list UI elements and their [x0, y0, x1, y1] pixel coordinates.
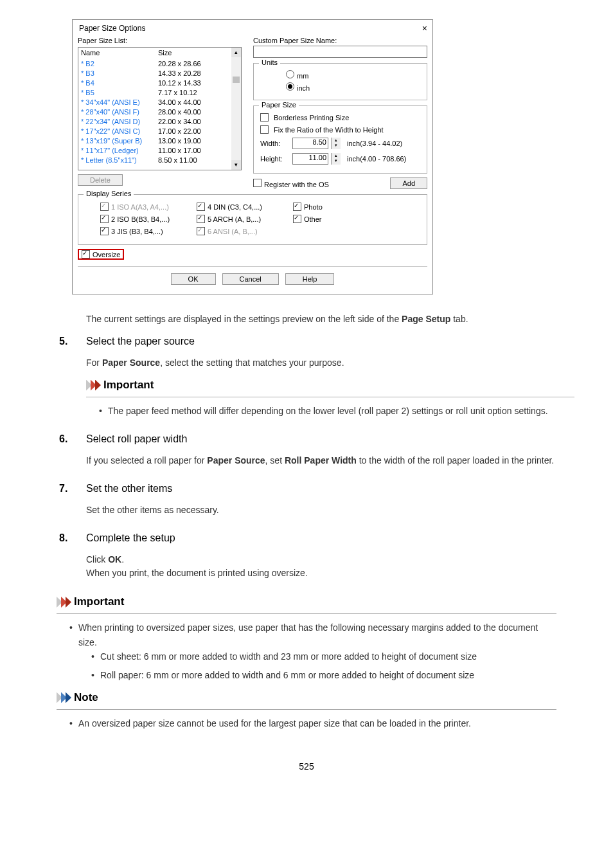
series-item[interactable]: Other: [293, 215, 370, 223]
checkbox-icon[interactable]: [293, 215, 301, 223]
step-5: Select the paper source For Paper Source…: [57, 336, 574, 418]
height-label: Height:: [260, 155, 290, 163]
series-item-label: 3 JIS (B3, B4,...): [111, 228, 163, 235]
series-item[interactable]: 2 ISO B(B3, B4,...): [100, 215, 197, 223]
list-item[interactable]: * 22"x34" (ANSI D)22.00 x 34.00: [81, 117, 238, 127]
list-item[interactable]: * B314.33 x 20.28: [81, 69, 238, 78]
cancel-button[interactable]: Cancel: [222, 273, 279, 285]
fix-ratio-label: Fix the Ratio of the Width to Height: [274, 126, 384, 134]
width-spinner[interactable]: ▴▾: [331, 138, 341, 149]
list-col-name: Name: [81, 49, 158, 57]
scrollbar-track[interactable]: [231, 57, 241, 160]
oversize-checkbox[interactable]: [82, 250, 90, 258]
step-8-title: Complete the setup: [86, 532, 574, 544]
list-item[interactable]: * B410.12 x 14.33: [81, 78, 238, 88]
fix-ratio-checkbox[interactable]: [260, 125, 269, 134]
height-input[interactable]: 11.00: [292, 153, 328, 165]
list-item[interactable]: * 34"x44" (ANSI E)34.00 x 44.00: [81, 98, 238, 107]
checkbox-icon[interactable]: [100, 215, 109, 223]
dialog-title: Paper Size Options: [79, 24, 145, 33]
preview-text: The current settings are displayed in th…: [86, 314, 574, 324]
checkbox-icon[interactable]: [293, 203, 301, 211]
list-item[interactable]: * 28"x40" (ANSI F)28.00 x 40.00: [81, 107, 238, 117]
outer-important-item: When printing to oversized paper sizes, …: [69, 620, 556, 682]
step-6-title: Select roll paper width: [86, 433, 574, 445]
paper-size-options-dialog: Paper Size Options × Paper Size List: Na…: [72, 19, 433, 294]
width-input[interactable]: 8.50: [292, 138, 328, 149]
series-item[interactable]: 3 JIS (B3, B4,...): [100, 227, 197, 235]
series-item-label: Other: [304, 215, 322, 223]
display-series-legend: Display Series: [84, 190, 134, 197]
display-series-fieldset: Display Series 1 ISO A(A3, A4,...)4 DIN …: [78, 194, 427, 245]
paper-size-fieldset: Paper Size Borderless Printing Size Fix …: [253, 105, 427, 174]
important-icon: [86, 380, 100, 391]
list-item[interactable]: * B57.17 x 10.12: [81, 88, 238, 98]
paper-size-legend: Paper Size: [259, 101, 299, 109]
height-spinner[interactable]: ▴▾: [331, 153, 341, 165]
radio-inch[interactable]: inch: [286, 82, 310, 92]
checkbox-icon: [100, 203, 109, 211]
series-item[interactable]: 4 DIN (C3, C4,...): [197, 203, 293, 211]
series-item[interactable]: 5 ARCH (A, B,...): [197, 215, 293, 223]
series-item-label: Photo: [304, 203, 323, 211]
register-os-row[interactable]: Register with the OS: [253, 179, 329, 188]
units-fieldset: Units mm inch: [253, 63, 427, 100]
paper-size-list[interactable]: Name Size * B220.28 x 28.66* B314.33 x 2…: [78, 47, 242, 170]
list-item[interactable]: * Letter (8.5"x11")8.50 x 11.00: [81, 156, 238, 165]
step-7-title: Set the other items: [86, 483, 574, 494]
height-range: inch(4.00 - 708.66): [347, 155, 406, 163]
step-6: Select roll paper width If you selected …: [57, 433, 574, 467]
oversize-label: Oversize: [93, 251, 120, 258]
page-number: 525: [39, 761, 574, 772]
checkbox-icon: [197, 227, 205, 235]
add-button[interactable]: Add: [390, 177, 427, 189]
step-5-important-item: The paper feed method will differ depend…: [99, 404, 574, 418]
series-item-label: 1 ISO A(A3, A4,...): [111, 203, 169, 211]
step-5-title: Select the paper source: [86, 336, 574, 347]
series-item-label: 2 ISO B(B3, B4,...): [111, 215, 170, 223]
delete-button[interactable]: Delete: [78, 174, 123, 186]
series-item-label: 4 DIN (C3, C4,...): [208, 203, 262, 211]
outer-important-sub1: Cut sheet: 6 mm or more added to width a…: [91, 649, 556, 664]
custom-name-input[interactable]: [253, 46, 427, 58]
borderless-checkbox[interactable]: [260, 113, 269, 122]
ok-button[interactable]: OK: [171, 273, 216, 285]
series-item-label: 5 ARCH (A, B,...): [208, 215, 261, 223]
outer-important-sub2: Roll paper: 6 mm or more added to width …: [91, 668, 556, 682]
series-item-label: 6 ANSI (A, B,...): [208, 228, 258, 235]
important-header: Important: [74, 595, 124, 608]
list-item[interactable]: * B220.28 x 28.66: [81, 59, 238, 69]
important-icon: [57, 597, 70, 608]
width-range: inch(3.94 - 44.02): [347, 140, 402, 147]
close-icon[interactable]: ×: [422, 24, 427, 33]
series-item[interactable]: Photo: [293, 203, 370, 211]
list-col-size: Size: [158, 49, 238, 57]
important-header: Important: [103, 379, 154, 392]
paper-size-list-label: Paper Size List:: [78, 37, 242, 44]
step-7-body: Set the other items as necessary.: [86, 503, 574, 517]
scrollbar-thumb[interactable]: [233, 77, 240, 83]
checkbox-icon[interactable]: [197, 215, 205, 223]
list-item[interactable]: * 13"x19" (Super B)13.00 x 19.00: [81, 136, 238, 146]
custom-name-label: Custom Paper Size Name:: [253, 37, 427, 44]
width-label: Width:: [260, 140, 290, 147]
list-item[interactable]: * 17"x22" (ANSI C)17.00 x 22.00: [81, 127, 238, 136]
series-item: 1 ISO A(A3, A4,...): [100, 203, 197, 211]
note-header: Note: [74, 691, 98, 704]
scroll-up-icon[interactable]: ▴: [231, 48, 241, 57]
borderless-label: Borderless Printing Size: [274, 114, 349, 122]
checkbox-icon[interactable]: [100, 227, 109, 235]
step-8: Complete the setup Click OK. When you pr…: [57, 532, 574, 580]
note-body-item: An oversized paper size cannot be used f…: [69, 716, 556, 730]
step-7: Set the other items Set the other items …: [57, 483, 574, 517]
help-button[interactable]: Help: [285, 273, 335, 285]
radio-mm[interactable]: mm: [286, 70, 308, 80]
checkbox-icon[interactable]: [197, 203, 205, 211]
oversize-highlight: Oversize: [78, 249, 124, 260]
list-item[interactable]: * 11"x17" (Ledger)11.00 x 17.00: [81, 146, 238, 156]
series-item: 6 ANSI (A, B,...): [197, 227, 293, 235]
note-icon: [57, 692, 70, 703]
units-legend: Units: [259, 59, 280, 66]
scroll-down-icon[interactable]: ▾: [231, 160, 241, 170]
